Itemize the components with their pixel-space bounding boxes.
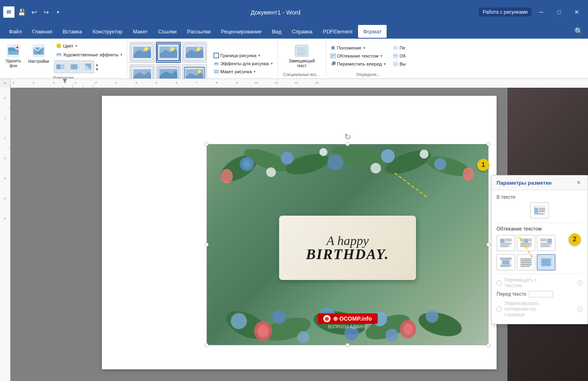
placeholder-btn[interactable]: Замещающий текст: [286, 42, 318, 70]
save-btn[interactable]: 💾: [17, 7, 27, 17]
fix-info-icon[interactable]: ⓘ: [577, 306, 583, 312]
panel-header: Параметры разметки ×: [492, 175, 588, 190]
nav-help[interactable]: Справка: [287, 25, 317, 38]
move-with-text-radio[interactable]: [497, 280, 502, 286]
color-btn[interactable]: Цвет ▼: [54, 42, 124, 50]
handle-mid-right[interactable]: [487, 243, 491, 247]
vy-btn[interactable]: Вы: [391, 60, 407, 68]
nav-layout[interactable]: Макет: [128, 25, 153, 38]
nav-mailings[interactable]: Рассылки: [182, 25, 215, 38]
style-box-6[interactable]: [182, 64, 207, 79]
handle-top-left[interactable]: [205, 142, 209, 146]
redo-btn[interactable]: ↪: [41, 7, 51, 17]
svg-point-119: [385, 329, 398, 342]
rotate-handle[interactable]: ↻: [344, 132, 351, 138]
ribbon-small-buttons: Цвет ▼ Художественные эффекты ▼: [54, 42, 124, 73]
svg-text:9: 9: [236, 81, 238, 84]
ribbon-toolbar: Удалить фон Настройки Цвет ▼: [0, 39, 588, 79]
effects-btn[interactable]: Художественные эффекты ▼: [54, 51, 124, 59]
nav-home[interactable]: Главная: [27, 25, 57, 38]
effects2-btn[interactable]: Эффекты для рисунка ▼: [212, 60, 275, 67]
minimize-btn[interactable]: ─: [533, 6, 549, 18]
scroll-down[interactable]: ▼: [95, 67, 101, 72]
search-icon[interactable]: 🔍: [573, 25, 585, 37]
nav-references[interactable]: Ссылки: [153, 25, 182, 38]
svg-point-93: [281, 152, 294, 165]
layout-panel: Параметры разметки × В тексте Обтекание …: [491, 175, 588, 324]
ruler-horizontal: ⊢ 3 2 1 1 2 3 4 5 6 7 8 9 10 11: [0, 79, 588, 88]
close-btn[interactable]: ✕: [569, 6, 585, 18]
adjust-icon2[interactable]: [68, 60, 81, 73]
wrap-square-both-btn[interactable]: [517, 235, 535, 251]
svg-text:3: 3: [12, 81, 14, 84]
svg-point-118: [297, 331, 309, 343]
ruler-corner[interactable]: ⊢: [0, 79, 10, 88]
svg-point-109: [272, 310, 286, 324]
undo-btn[interactable]: ↩: [29, 7, 39, 17]
position-btn[interactable]: Положение ▼: [329, 44, 388, 51]
nav-file[interactable]: Файл: [4, 25, 27, 38]
special-group-label: Специальные воз…: [283, 72, 320, 77]
nav-format[interactable]: Формат: [358, 25, 386, 38]
svg-rect-32: [214, 62, 219, 66]
svg-rect-152: [502, 260, 510, 264]
svg-rect-47: [332, 62, 335, 65]
handle-top-mid[interactable]: [346, 142, 350, 146]
style-box-5[interactable]: [156, 64, 181, 79]
style-box-3[interactable]: [182, 42, 207, 63]
handle-bot-right[interactable]: [487, 343, 491, 347]
wrap-square-right-btn[interactable]: [537, 235, 555, 251]
arrange-col2: Пе Об Вы: [391, 44, 407, 68]
customize-btn[interactable]: ▼: [53, 7, 63, 17]
maximize-btn[interactable]: □: [551, 6, 567, 18]
svg-point-102: [463, 167, 474, 181]
wrap-inline-btn[interactable]: [530, 202, 549, 218]
before-text-input[interactable]: [529, 291, 553, 297]
svg-text:4: 4: [135, 81, 137, 84]
nav-insert[interactable]: Вставка: [58, 25, 87, 38]
wrap-topbottom-btn[interactable]: [497, 254, 515, 270]
adjust-icon1[interactable]: [54, 60, 67, 73]
wrap-square-left-btn[interactable]: [497, 235, 515, 251]
move-with-text-option[interactable]: Перемещать с текстом ⓘ: [497, 277, 583, 288]
style-box-4[interactable]: [130, 64, 155, 79]
svg-point-17: [144, 47, 148, 51]
layout-btn[interactable]: Макет рисунка ▼: [212, 68, 275, 75]
svg-rect-14: [71, 64, 77, 69]
remove-bg-icon: [6, 43, 21, 58]
image-container[interactable]: A happy BIRTHDAY.: [207, 144, 489, 345]
fix-position-option[interactable]: Зафиксировать положение на странице ⓘ: [497, 301, 583, 317]
svg-rect-37: [297, 47, 306, 53]
fix-position-radio[interactable]: [497, 307, 502, 312]
settings-btn[interactable]: Настройки: [25, 42, 52, 70]
style-box-2[interactable]: [156, 42, 181, 63]
handle-bot-left[interactable]: [205, 343, 209, 347]
style-box-1[interactable]: [130, 42, 155, 63]
nav-review[interactable]: Рецензирование: [216, 25, 266, 38]
nav-pdfelement[interactable]: PDFElement: [318, 25, 358, 38]
svg-point-116: [403, 323, 413, 335]
remove-bg-btn[interactable]: Удалить фон: [2, 42, 24, 70]
move-with-text-label: Перемещать с текстом: [504, 277, 575, 288]
panel-close-btn[interactable]: ×: [575, 179, 583, 187]
wrap-text-btn[interactable]: Обтекание текстом ▼: [329, 52, 388, 60]
handle-top-right[interactable]: [487, 142, 491, 146]
border-effects-col: Граница рисунка ▼ Эффекты для рисунка ▼ …: [212, 52, 275, 75]
adjust-icon3[interactable]: [81, 60, 94, 73]
wrap-behind-btn[interactable]: [517, 254, 535, 270]
nav-view[interactable]: Вид: [267, 25, 286, 38]
scroll-up[interactable]: ▲: [95, 62, 101, 67]
move-info-icon[interactable]: ⓘ: [577, 280, 583, 286]
svg-point-95: [381, 149, 395, 163]
wrap-before-btn[interactable]: [537, 254, 555, 270]
ob-btn[interactable]: Об: [391, 52, 407, 60]
pe-pos-btn[interactable]: Пе: [391, 44, 407, 51]
border-btn[interactable]: Граница рисунка ▼: [212, 52, 275, 59]
forward-btn[interactable]: Переместить вперед ▼: [329, 60, 388, 68]
flowers-top: [207, 144, 489, 192]
handle-mid-left[interactable]: [205, 243, 209, 247]
handle-bot-mid[interactable]: [346, 343, 350, 347]
svg-rect-49: [393, 54, 398, 58]
styles-grid: [130, 42, 207, 79]
nav-design[interactable]: Конструктор: [88, 25, 127, 38]
